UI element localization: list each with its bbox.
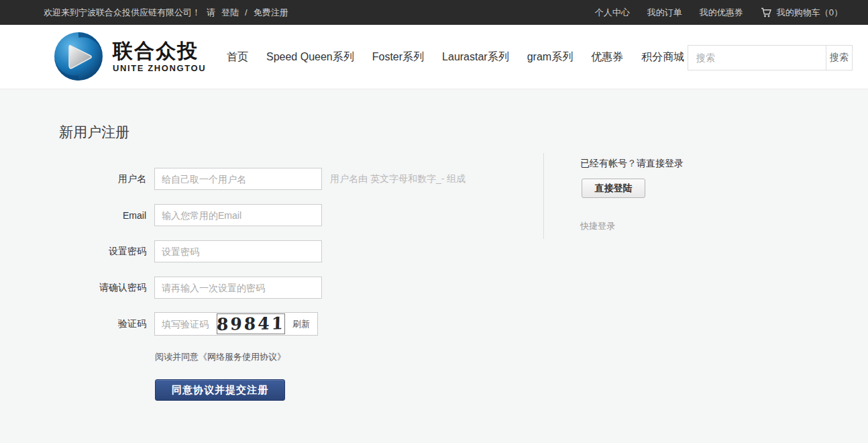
topbar-right: 个人中心 我的订单 我的优惠券 我的购物车（0）	[595, 0, 843, 25]
captcha-input[interactable]	[155, 313, 217, 334]
user-center-link[interactable]: 个人中心	[595, 7, 630, 19]
search-button[interactable]: 搜索	[826, 46, 852, 70]
register-link[interactable]: 免费注册	[254, 7, 288, 19]
cart-link[interactable]: 我的购物车（0）	[761, 7, 843, 19]
agreement-line: 阅读并同意《网络服务使用协议》	[155, 351, 286, 363]
my-coupons-link[interactable]: 我的优惠券	[700, 7, 743, 19]
welcome-text: 欢迎来到宁波联合众投供应链有限公司！	[44, 7, 201, 19]
captcha-row: 验证码 89841 刷新	[59, 312, 318, 336]
logo-title: 联合众投	[113, 40, 206, 62]
nav-item-coupon[interactable]: 优惠券	[591, 50, 623, 64]
main-nav: 首页 Speed Queen系列 Foster系列 Laurastar系列 gr…	[227, 25, 684, 89]
confirm-password-input[interactable]	[154, 277, 322, 299]
logo-globe-icon	[54, 32, 103, 81]
captcha-refresh-button[interactable]: 刷新	[285, 318, 317, 330]
captcha-label: 验证码	[59, 318, 146, 330]
email-row: Email	[59, 204, 322, 226]
email-field[interactable]	[154, 204, 322, 226]
main-content: 新用户注册 用户名 用户名由 英文字母和数字_- 组成 Email 设置密码 请…	[0, 89, 868, 443]
username-hint: 用户名由 英文字母和数字_- 组成	[330, 173, 466, 185]
login-link[interactable]: 登陆	[221, 7, 239, 19]
nav-item-foster[interactable]: Foster系列	[372, 50, 424, 64]
agreement-link[interactable]: 《网络服务使用协议》	[199, 352, 286, 362]
nav-item-laurastar[interactable]: Laurastar系列	[442, 50, 509, 64]
password-label: 设置密码	[59, 246, 146, 258]
cart-icon	[761, 7, 772, 18]
slash-separator: /	[245, 7, 248, 17]
topbar-left: 欢迎来到宁波联合众投供应链有限公司！ 请 登陆 / 免费注册	[44, 0, 288, 25]
page: 欢迎来到宁波联合众投供应链有限公司！ 请 登陆 / 免费注册 个人中心 我的订单…	[0, 0, 868, 443]
agreement-prefix: 阅读并同意	[155, 352, 199, 362]
captcha-code: 89841	[217, 315, 285, 333]
captcha-image[interactable]: 89841	[217, 313, 285, 334]
direct-login-button[interactable]: 直接登陆	[582, 179, 645, 198]
vertical-divider	[543, 153, 544, 239]
nav-item-points-mall[interactable]: 积分商城	[641, 50, 684, 64]
nav-item-speed-queen[interactable]: Speed Queen系列	[266, 50, 354, 64]
captcha-group: 89841 刷新	[154, 312, 318, 336]
confirm-password-label: 请确认密码	[59, 282, 146, 294]
username-input[interactable]	[154, 168, 322, 190]
submit-register-button[interactable]: 同意协议并提交注册	[155, 379, 285, 401]
has-account-text: 已经有帐号？请直接登录	[580, 158, 684, 170]
logo-text: 联合众投 UNITE ZHONGTOU	[113, 40, 206, 73]
logo-subtitle: UNITE ZHONGTOU	[113, 63, 206, 73]
please-text: 请	[207, 7, 215, 19]
nav-item-gram[interactable]: gram系列	[527, 50, 573, 64]
quick-login-text: 快捷登录	[580, 220, 615, 232]
page-title: 新用户注册	[59, 123, 129, 142]
username-row: 用户名 用户名由 英文字母和数字_- 组成	[59, 168, 466, 190]
nav-item-home[interactable]: 首页	[227, 50, 248, 64]
username-label: 用户名	[59, 173, 146, 185]
site-logo[interactable]: 联合众投 UNITE ZHONGTOU	[54, 32, 206, 81]
email-label: Email	[59, 210, 146, 221]
password-input[interactable]	[154, 240, 322, 262]
cart-label: 我的购物车（0）	[777, 7, 843, 19]
topbar: 欢迎来到宁波联合众投供应链有限公司！ 请 登陆 / 免费注册 个人中心 我的订单…	[0, 0, 868, 25]
password-row: 设置密码	[59, 240, 322, 262]
my-orders-link[interactable]: 我的订单	[647, 7, 682, 19]
confirm-password-row: 请确认密码	[59, 277, 322, 299]
header: 联合众投 UNITE ZHONGTOU 首页 Speed Queen系列 Fos…	[0, 25, 868, 89]
search-input[interactable]	[688, 46, 826, 70]
search-box: 搜索	[688, 45, 853, 70]
